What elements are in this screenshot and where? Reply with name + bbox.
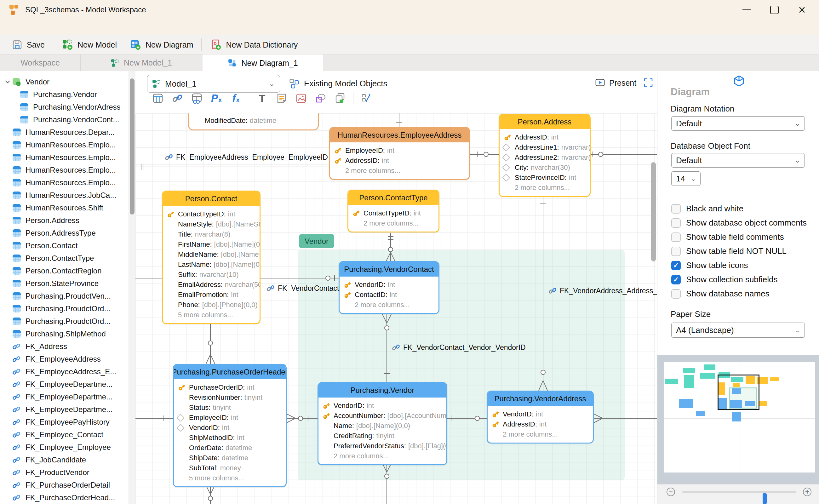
sidebar-item[interactable]: HumanResources.Emplo...	[0, 151, 129, 164]
fk-relationship-label[interactable]: FK_VendorContact	[266, 283, 339, 294]
tab-new-diagram[interactable]: New Diagram_1	[203, 54, 323, 72]
fk-relationship-label[interactable]: FK_VendorContact_Vendor_VendorID	[392, 342, 526, 353]
vendor-schema-label[interactable]: Vendor	[299, 234, 334, 248]
sidebar-item[interactable]: Purchasing.ShipMethod	[0, 328, 129, 340]
minimap-page[interactable]	[664, 362, 815, 473]
er-field-row[interactable]: VendorID: int	[174, 423, 286, 433]
note-tool-icon[interactable]	[272, 92, 291, 104]
sidebar-item[interactable]: HumanResources.Emplo...	[0, 164, 129, 176]
settings-checkbox-row[interactable]: ✓ Show table icons	[671, 258, 819, 272]
er-field-row[interactable]: Name: [dbo].[Name](0,0)	[318, 421, 446, 431]
more-columns-label[interactable]: 5 more columns...	[163, 310, 260, 320]
tab-new-model[interactable]: New Model_1	[81, 54, 201, 71]
sidebar-item[interactable]: FK_JobCandidate	[0, 454, 129, 466]
fullscreen-icon[interactable]	[643, 77, 653, 88]
er-table[interactable]: Purchasing.VendorAddress VendorID: int A…	[487, 391, 594, 444]
sidebar-item[interactable]: Purchasing.Vendor	[0, 88, 129, 101]
sidebar-item[interactable]: FK_PurchaseOrderHead...	[0, 491, 129, 504]
sidebar-item[interactable]: FK_EmployeeDepartme...	[0, 391, 129, 403]
add-function-tool-icon[interactable]: fx	[226, 92, 246, 104]
existing-model-objects-button[interactable]: Existing Model Objects	[289, 76, 387, 91]
er-field-row[interactable]: AddressID: int	[488, 419, 593, 429]
layout-tool-icon[interactable]	[330, 92, 350, 104]
zoom-slider-handle[interactable]	[763, 493, 767, 504]
er-field-row[interactable]: MiddleName: [dbo].[Name]...	[163, 249, 260, 260]
er-field-row[interactable]: VendorID: int	[318, 401, 446, 411]
font-size-select[interactable]: 14 ⌄	[671, 171, 701, 186]
sidebar-item[interactable]: Person.ContactType	[0, 252, 129, 265]
tab-workspace[interactable]: Workspace	[0, 54, 81, 71]
er-field-row[interactable]: ShipMethodID: int	[174, 433, 286, 443]
er-field-row[interactable]: PreferredVendorStatus: [dbo].[Flag](0,0)	[318, 441, 446, 451]
sidebar-item[interactable]: FK_EmployeePayHistory	[0, 416, 129, 428]
diagram-notation-select[interactable]: Default ⌄	[671, 116, 805, 131]
er-field-row[interactable]: EmployeeID: int	[174, 413, 286, 423]
er-field-row[interactable]: VendorID: int	[488, 409, 593, 419]
add-procedure-tool-icon[interactable]: Px	[207, 92, 226, 104]
zoom-out-button[interactable]: −	[667, 488, 675, 496]
sidebar-item[interactable]: FK_EmployeeAddress_E...	[0, 365, 129, 378]
settings-checkbox-row[interactable]: ✓ Show collection subfields	[671, 272, 819, 287]
more-columns-label[interactable]: 2 more columns...	[318, 451, 446, 461]
checkbox[interactable]: ✓	[671, 289, 681, 299]
sidebar-item[interactable]: Person.StateProvince	[0, 277, 129, 290]
more-columns-label[interactable]: 2 more columns...	[348, 218, 438, 228]
sidebar-item[interactable]: HumanResources.Emplo...	[0, 176, 129, 189]
sidebar-item[interactable]: FK_EmployeeDepartme...	[0, 378, 129, 391]
sidebar-item[interactable]: FK_EmployeeDepartme...	[0, 403, 129, 416]
zoom-in-button[interactable]: +	[803, 488, 811, 496]
checkbox[interactable]: ✓	[671, 232, 681, 242]
sidebar-item[interactable]: FK_PurchaseOrderDetail	[0, 479, 129, 491]
close-button[interactable]: ×	[788, 0, 816, 20]
er-field-row[interactable]: EmailAddress: nvarchar(50)	[163, 280, 260, 290]
settings-checkbox-row[interactable]: ✓ Show database object comments	[671, 216, 819, 230]
er-field-row[interactable]: ContactID: int	[340, 290, 438, 300]
more-columns-label[interactable]: 2 more columns...	[340, 300, 438, 310]
sidebar-item[interactable]: HumanResources.JobCa...	[0, 189, 129, 202]
settings-checkbox-row[interactable]: ✓ Show table field comments	[671, 230, 819, 244]
sidebar-item[interactable]: Purchasing.VendorCont...	[0, 113, 129, 126]
paper-size-select[interactable]: A4 (Landscape) ⌄	[671, 323, 805, 338]
er-field-row[interactable]: StateProvinceID: int	[500, 173, 590, 183]
er-field-row[interactable]: CreditRating: tinyint	[318, 431, 446, 441]
sidebar-item[interactable]: Person.Contact	[0, 239, 129, 252]
er-field-row[interactable]: AccountNumber: [dbo].[AccountNumber]...	[318, 411, 446, 421]
edit-fields-tool-icon[interactable]	[357, 92, 376, 104]
er-field-row[interactable]: PurchaseOrderID: int	[174, 382, 286, 392]
sidebar-item[interactable]: FK_ProductVendor	[0, 466, 129, 479]
sidebar-item[interactable]: FK_EmployeeAddress	[0, 353, 129, 365]
zoom-slider-track[interactable]	[682, 491, 796, 493]
new-data-dictionary-button[interactable]: D New Data Dictionary	[210, 39, 298, 51]
minimap-viewport[interactable]	[718, 375, 759, 410]
settings-checkbox-row[interactable]: ✓ Show database names	[671, 287, 819, 301]
checkbox[interactable]: ✓	[671, 275, 681, 284]
sidebar-item[interactable]: FK_Employee_Contact	[0, 428, 129, 441]
settings-checkbox-row[interactable]: ✓ Show table field NOT NULL	[671, 244, 819, 258]
er-field-row[interactable]: AddressID: int	[500, 132, 590, 142]
sidebar-item[interactable]: HumanResources.Shift	[0, 202, 129, 214]
er-field-row[interactable]: ContactTypeID: int	[348, 208, 438, 218]
er-field-row[interactable]: VendorID: int	[340, 280, 438, 290]
er-table[interactable]: Purchasing.VendorContact VendorID: int C…	[339, 261, 439, 314]
sidebar-item[interactable]: Purchasing.ProudctOrd...	[0, 315, 129, 328]
er-table[interactable]: Person.Contact ContactTypeID: int NameSt…	[162, 191, 261, 324]
er-field-row[interactable]: AddressLine2: nvarchar(...	[500, 152, 590, 163]
new-diagram-button[interactable]: New Diagram	[129, 39, 193, 51]
er-field-row[interactable]: EmployeeID: int	[330, 146, 469, 156]
er-field-row[interactable]: ContactTypeID: int	[163, 209, 260, 219]
sidebar-item[interactable]: Purchasing.ProudctOrd...	[0, 302, 129, 315]
canvas-scrollbar-thumb[interactable]	[651, 162, 656, 261]
er-table[interactable]: Person.Address AddressID: int AddressLin…	[499, 114, 591, 197]
er-field-row[interactable]: Title: nvarchar(8)	[163, 229, 260, 239]
er-field-row[interactable]: Status: tinyint	[174, 403, 286, 413]
er-field-row[interactable]: AddressID: int	[330, 156, 469, 166]
maximize-button[interactable]	[760, 0, 788, 20]
sidebar-item[interactable]: Person.ContactRegion	[0, 265, 129, 277]
sidebar-item[interactable]: FK_Employee_Employee	[0, 441, 129, 454]
sidebar-item[interactable]: Person.AddressType	[0, 227, 129, 239]
add-table-tool-icon[interactable]	[148, 92, 168, 104]
text-tool-icon[interactable]: T	[252, 92, 272, 105]
present-button[interactable]: Present	[595, 76, 636, 89]
er-table-partial[interactable]: ModifiedDate: datetime	[188, 113, 319, 130]
settings-checkbox-row[interactable]: ✓ Black and white	[671, 202, 819, 216]
